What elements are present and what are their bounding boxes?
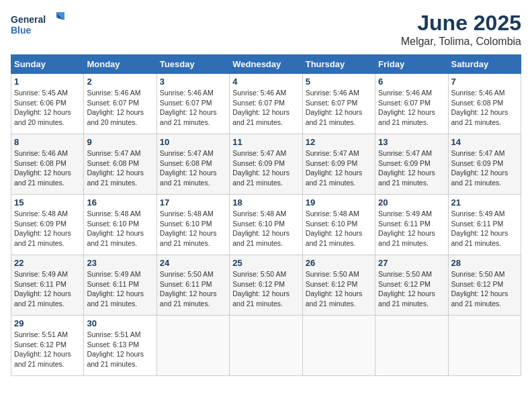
day-info: Sunrise: 5:47 AMSunset: 6:09 PMDaylight:…	[306, 148, 372, 188]
day-info: Sunrise: 5:48 AMSunset: 6:10 PMDaylight:…	[306, 209, 372, 248]
day-info: Sunrise: 5:49 AMSunset: 6:11 PMDaylight:…	[378, 209, 445, 248]
day-info: Sunrise: 5:47 AMSunset: 6:09 PMDaylight:…	[451, 148, 518, 188]
day-info: Sunrise: 5:47 AMSunset: 6:09 PMDaylight:…	[378, 148, 445, 188]
day-number: 16	[87, 197, 153, 208]
day-number: 27	[378, 258, 445, 268]
table-row: 27Sunrise: 5:50 AMSunset: 6:12 PMDayligh…	[375, 255, 448, 316]
day-info: Sunrise: 5:49 AMSunset: 6:11 PMDaylight:…	[14, 269, 81, 309]
table-row: 22Sunrise: 5:49 AMSunset: 6:11 PMDayligh…	[11, 255, 84, 316]
table-row: 2Sunrise: 5:46 AMSunset: 6:07 PMDaylight…	[84, 74, 157, 134]
col-thursday: Thursday	[302, 55, 375, 74]
col-tuesday: Tuesday	[157, 55, 229, 74]
col-saturday: Saturday	[448, 55, 521, 74]
day-number: 5	[306, 77, 372, 87]
table-row	[157, 316, 229, 376]
table-row: 4Sunrise: 5:46 AMSunset: 6:07 PMDaylight…	[230, 74, 302, 134]
location-title: Melgar, Tolima, Colombia	[401, 36, 521, 48]
day-info: Sunrise: 5:46 AMSunset: 6:07 PMDaylight:…	[232, 88, 299, 128]
table-row	[375, 316, 448, 376]
day-number: 17	[160, 197, 226, 208]
day-info: Sunrise: 5:46 AMSunset: 6:08 PMDaylight:…	[14, 148, 81, 188]
day-number: 18	[232, 197, 299, 208]
day-info: Sunrise: 5:47 AMSunset: 6:09 PMDaylight:…	[232, 148, 299, 188]
logo-svg: General Blue	[11, 11, 71, 41]
day-info: Sunrise: 5:46 AMSunset: 6:07 PMDaylight:…	[87, 88, 153, 128]
table-row: 7Sunrise: 5:46 AMSunset: 6:08 PMDaylight…	[448, 74, 521, 134]
day-info: Sunrise: 5:49 AMSunset: 6:11 PMDaylight:…	[87, 269, 153, 309]
table-row	[230, 316, 302, 376]
table-row: 6Sunrise: 5:46 AMSunset: 6:07 PMDaylight…	[375, 74, 448, 134]
day-number: 24	[160, 258, 226, 268]
table-row	[302, 316, 375, 376]
calendar-header-row: Sunday Monday Tuesday Wednesday Thursday…	[11, 55, 521, 74]
table-row: 8Sunrise: 5:46 AMSunset: 6:08 PMDaylight…	[11, 134, 84, 195]
table-row: 29Sunrise: 5:51 AMSunset: 6:12 PMDayligh…	[11, 316, 84, 376]
day-number: 10	[160, 137, 226, 147]
day-info: Sunrise: 5:48 AMSunset: 6:10 PMDaylight:…	[232, 209, 299, 248]
col-monday: Monday	[84, 55, 157, 74]
table-row: 19Sunrise: 5:48 AMSunset: 6:10 PMDayligh…	[302, 195, 375, 255]
table-row: 13Sunrise: 5:47 AMSunset: 6:09 PMDayligh…	[375, 134, 448, 195]
day-number: 4	[232, 77, 299, 87]
day-info: Sunrise: 5:48 AMSunset: 6:09 PMDaylight:…	[14, 209, 81, 248]
col-sunday: Sunday	[11, 55, 84, 74]
table-row: 21Sunrise: 5:49 AMSunset: 6:11 PMDayligh…	[448, 195, 521, 255]
table-row: 12Sunrise: 5:47 AMSunset: 6:09 PMDayligh…	[302, 134, 375, 195]
day-info: Sunrise: 5:47 AMSunset: 6:08 PMDaylight:…	[160, 148, 226, 188]
table-row: 24Sunrise: 5:50 AMSunset: 6:11 PMDayligh…	[157, 255, 229, 316]
day-info: Sunrise: 5:46 AMSunset: 6:08 PMDaylight:…	[451, 88, 518, 128]
table-row: 5Sunrise: 5:46 AMSunset: 6:07 PMDaylight…	[302, 74, 375, 134]
day-info: Sunrise: 5:51 AMSunset: 6:12 PMDaylight:…	[14, 330, 81, 369]
svg-text:Blue: Blue	[11, 25, 32, 36]
day-number: 8	[14, 137, 81, 147]
table-row: 23Sunrise: 5:49 AMSunset: 6:11 PMDayligh…	[84, 255, 157, 316]
day-info: Sunrise: 5:50 AMSunset: 6:12 PMDaylight:…	[378, 269, 445, 309]
table-row: 15Sunrise: 5:48 AMSunset: 6:09 PMDayligh…	[11, 195, 84, 255]
day-info: Sunrise: 5:45 AMSunset: 6:06 PMDaylight:…	[14, 88, 81, 128]
day-number: 3	[160, 77, 226, 87]
day-number: 23	[87, 258, 153, 268]
day-number: 30	[87, 318, 153, 328]
table-row: 16Sunrise: 5:48 AMSunset: 6:10 PMDayligh…	[84, 195, 157, 255]
day-number: 28	[451, 258, 518, 268]
table-row: 28Sunrise: 5:50 AMSunset: 6:12 PMDayligh…	[448, 255, 521, 316]
title-area: June 2025 Melgar, Tolima, Colombia	[401, 11, 521, 48]
col-wednesday: Wednesday	[230, 55, 302, 74]
day-number: 15	[14, 197, 81, 208]
day-number: 6	[378, 77, 445, 87]
day-number: 20	[378, 197, 445, 208]
day-number: 14	[451, 137, 518, 147]
day-number: 25	[232, 258, 299, 268]
table-row: 10Sunrise: 5:47 AMSunset: 6:08 PMDayligh…	[157, 134, 229, 195]
calendar-body: 1Sunrise: 5:45 AMSunset: 6:06 PMDaylight…	[11, 74, 521, 376]
day-number: 21	[451, 197, 518, 208]
day-number: 2	[87, 77, 153, 87]
table-row: 14Sunrise: 5:47 AMSunset: 6:09 PMDayligh…	[448, 134, 521, 195]
day-number: 22	[14, 258, 81, 268]
table-row: 30Sunrise: 5:51 AMSunset: 6:13 PMDayligh…	[84, 316, 157, 376]
day-number: 7	[451, 77, 518, 87]
day-info: Sunrise: 5:50 AMSunset: 6:12 PMDaylight:…	[451, 269, 518, 309]
day-info: Sunrise: 5:48 AMSunset: 6:10 PMDaylight:…	[160, 209, 226, 248]
table-row	[448, 316, 521, 376]
day-info: Sunrise: 5:51 AMSunset: 6:13 PMDaylight:…	[87, 330, 153, 369]
day-info: Sunrise: 5:46 AMSunset: 6:07 PMDaylight:…	[160, 88, 226, 128]
table-row: 11Sunrise: 5:47 AMSunset: 6:09 PMDayligh…	[230, 134, 302, 195]
day-number: 9	[87, 137, 153, 147]
day-info: Sunrise: 5:50 AMSunset: 6:12 PMDaylight:…	[306, 269, 372, 309]
day-info: Sunrise: 5:50 AMSunset: 6:11 PMDaylight:…	[160, 269, 226, 309]
day-info: Sunrise: 5:50 AMSunset: 6:12 PMDaylight:…	[232, 269, 299, 309]
logo: General Blue	[11, 11, 71, 41]
day-number: 11	[232, 137, 299, 147]
table-row: 25Sunrise: 5:50 AMSunset: 6:12 PMDayligh…	[230, 255, 302, 316]
day-info: Sunrise: 5:47 AMSunset: 6:08 PMDaylight:…	[87, 148, 153, 188]
table-row: 20Sunrise: 5:49 AMSunset: 6:11 PMDayligh…	[375, 195, 448, 255]
table-row: 17Sunrise: 5:48 AMSunset: 6:10 PMDayligh…	[157, 195, 229, 255]
col-friday: Friday	[375, 55, 448, 74]
table-row: 9Sunrise: 5:47 AMSunset: 6:08 PMDaylight…	[84, 134, 157, 195]
day-info: Sunrise: 5:46 AMSunset: 6:07 PMDaylight:…	[306, 88, 372, 128]
day-info: Sunrise: 5:46 AMSunset: 6:07 PMDaylight:…	[378, 88, 445, 128]
day-number: 13	[378, 137, 445, 147]
table-row: 3Sunrise: 5:46 AMSunset: 6:07 PMDaylight…	[157, 74, 229, 134]
day-number: 29	[14, 318, 81, 328]
